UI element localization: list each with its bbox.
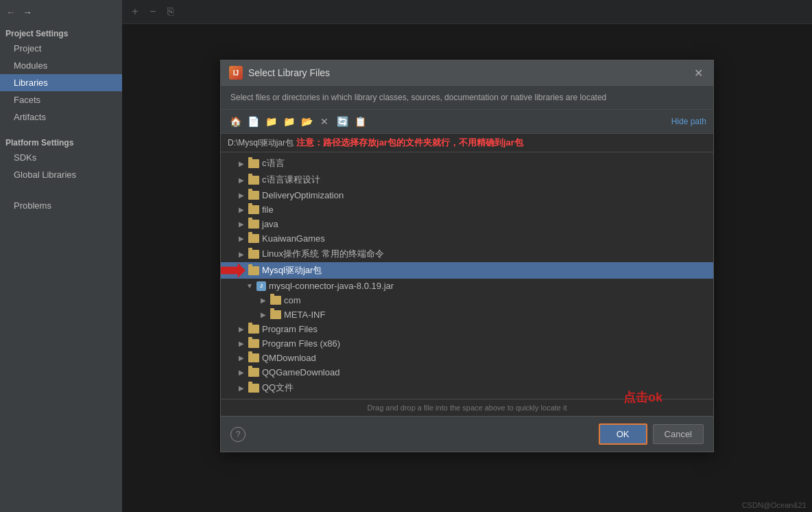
expand-arrow: ▶ — [259, 296, 267, 305]
folder-icon — [248, 325, 259, 334]
tree-label: mysql-connector-java-8.0.19.jar — [269, 281, 708, 291]
sidebar-item-modules[interactable]: Modules — [0, 57, 122, 74]
dialog-titlebar: IJ Select Library Files ✕ — [221, 60, 713, 86]
jar-icon: J — [256, 281, 266, 291]
expand-arrow: ▶ — [237, 325, 246, 334]
tree-label: com — [284, 295, 708, 305]
tree-item-mysql[interactable]: ▼ Mysql驱动jar包 — [221, 262, 713, 279]
sidebar-item-project[interactable]: Project — [0, 40, 122, 57]
tree-label: META-INF — [284, 310, 708, 320]
tree-label: Linux操作系统 常用的终端命令 — [262, 248, 708, 260]
tree-label: Program Files (x86) — [262, 338, 708, 349]
dialog-icon: IJ — [229, 66, 243, 80]
folder-up-button[interactable]: 📁 — [281, 114, 296, 129]
dialog-title: Select Library Files — [248, 67, 686, 78]
folder-icon — [248, 234, 259, 243]
folder-open-button[interactable]: 📂 — [299, 114, 314, 129]
tree-label: file — [262, 205, 708, 215]
tree-label: c语言课程设计 — [262, 174, 708, 186]
expand-arrow: ▶ — [237, 340, 246, 348]
tree-item-java[interactable]: ▶ java — [221, 217, 713, 231]
project-settings-header: Project Settings — [0, 25, 122, 40]
expand-arrow: ▶ — [237, 384, 246, 392]
help-button[interactable]: ? — [230, 427, 246, 442]
tree-label: QQGameDownload — [262, 367, 708, 377]
tree-label: DeliveryOptimization — [262, 190, 708, 200]
tree-label: QQ文件 — [262, 382, 708, 394]
tree-item-file[interactable]: ▶ file — [221, 202, 713, 217]
footer-buttons: OK Cancel — [599, 423, 704, 445]
expand-arrow: ▶ — [237, 191, 246, 200]
expand-arrow: ▶ — [237, 235, 246, 243]
dialog-footer: ? 点击ok OK Cancel — [221, 416, 713, 452]
tree-item-qmdownload[interactable]: ▶ QMDownload — [221, 351, 713, 365]
main-content: + − ⎘ IJ Select Library Files ✕ Select f… — [122, 0, 812, 512]
refresh-button[interactable]: 🔄 — [335, 114, 350, 129]
tree-label: java — [262, 219, 708, 229]
tree-item-delivery[interactable]: ▶ DeliveryOptimization — [221, 188, 713, 202]
expand-arrow: ▶ — [237, 250, 246, 258]
tree-item-program-files-x86[interactable]: ▶ Program Files (x86) — [221, 336, 713, 351]
sidebar: ← → Project Settings Project Modules Lib… — [0, 0, 122, 512]
folder-icon — [248, 339, 259, 348]
forward-button[interactable]: → — [21, 5, 34, 19]
ok-button[interactable]: OK — [599, 423, 647, 445]
expand-arrow: ▶ — [237, 220, 246, 229]
path-bar: D:\Mysql驱动jar包 注意：路径选择存放jar包的文件夹就行，不用精确到… — [221, 134, 713, 152]
dialog-description: Select files or directories in which lib… — [221, 86, 713, 110]
tree-item-qqgame[interactable]: ▶ QQGameDownload — [221, 365, 713, 380]
expand-arrow: ▶ — [237, 369, 246, 377]
expand-arrow: ▼ — [246, 282, 254, 290]
folder-icon — [270, 310, 281, 319]
folder-icon — [248, 159, 259, 168]
tree-label: c语言 — [262, 157, 708, 170]
red-arrow-annotation — [221, 263, 246, 278]
sidebar-item-facets[interactable]: Facets — [0, 91, 122, 108]
new-folder-button[interactable]: 📄 — [246, 114, 261, 129]
tree-item-clang[interactable]: ▶ c语言 — [221, 155, 713, 172]
folder-icon — [248, 353, 259, 362]
select-library-dialog: IJ Select Library Files ✕ Select files o… — [220, 60, 714, 452]
folder-icon — [248, 266, 259, 275]
tree-item-clang-course[interactable]: ▶ c语言课程设计 — [221, 172, 713, 188]
close-button[interactable]: ✕ — [691, 66, 705, 80]
expand-arrow: ▶ — [237, 206, 246, 214]
tree-item-connector[interactable]: ▼ J mysql-connector-java-8.0.19.jar — [221, 279, 713, 293]
path-annotation: 注意：路径选择存放jar包的文件夹就行，不用精确到jar包 — [296, 137, 523, 149]
sidebar-item-problems[interactable]: Problems — [0, 197, 122, 214]
platform-settings-header: Platform Settings — [0, 134, 122, 149]
tree-item-qq[interactable]: ▶ QQ文件 — [221, 380, 713, 396]
clipboard-button[interactable]: 📋 — [353, 114, 368, 129]
delete-button[interactable]: ✕ — [317, 114, 332, 129]
file-tree[interactable]: ▶ c语言 ▶ c语言课程设计 ▶ DeliveryOptimization — [221, 152, 713, 399]
folder-icon — [248, 176, 259, 185]
sidebar-nav: ← → — [0, 0, 122, 25]
tree-item-linux[interactable]: ▶ Linux操作系统 常用的终端命令 — [221, 246, 713, 262]
folder-icon — [248, 205, 259, 214]
hide-path-button[interactable]: Hide path — [671, 117, 706, 126]
tree-item-program-files[interactable]: ▶ Program Files — [221, 322, 713, 336]
expand-arrow: ▶ — [237, 159, 246, 167]
cancel-button[interactable]: Cancel — [653, 424, 704, 444]
expand-arrow: ▶ — [237, 176, 246, 184]
dialog-overlay: IJ Select Library Files ✕ Select files o… — [122, 0, 812, 512]
tree-label: Mysql驱动jar包 — [262, 264, 708, 277]
home-button[interactable]: 🏠 — [228, 114, 243, 129]
tree-item-kuaiwan[interactable]: ▶ KuaiwanGames — [221, 231, 713, 246]
sidebar-item-artifacts[interactable]: Artifacts — [0, 108, 122, 126]
tree-item-com[interactable]: ▶ com — [221, 293, 713, 307]
sidebar-item-sdks[interactable]: SDKs — [0, 149, 122, 166]
tree-label: Program Files — [262, 324, 708, 334]
folder-icon — [248, 191, 259, 200]
sidebar-item-libraries[interactable]: Libraries — [0, 74, 122, 91]
expand-arrow: ▶ — [259, 311, 267, 319]
folder-icon — [248, 220, 259, 229]
path-value: D:\Mysql驱动jar包 — [228, 137, 294, 149]
tree-item-mysql-wrapper: ▼ Mysql驱动jar包 — [221, 262, 713, 279]
tree-item-meta-inf[interactable]: ▶ META-INF — [221, 307, 713, 322]
dropzone: Drag and drop a file into the space abov… — [221, 399, 713, 416]
folder-button[interactable]: 📁 — [263, 114, 278, 129]
folder-icon — [248, 368, 259, 377]
sidebar-item-global-libraries[interactable]: Global Libraries — [0, 166, 122, 183]
back-button[interactable]: ← — [4, 5, 18, 19]
